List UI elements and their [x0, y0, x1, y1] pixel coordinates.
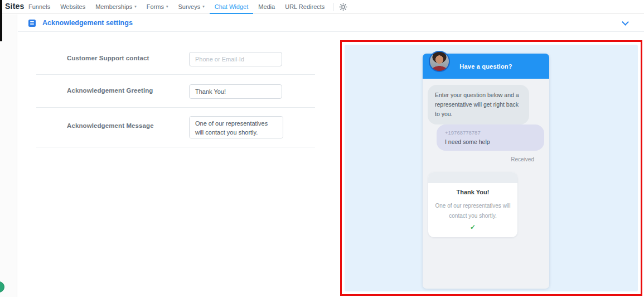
tab-label: Chat Widget — [215, 3, 249, 10]
tab-label: Media — [258, 3, 275, 10]
agent-photo — [430, 52, 449, 71]
visitor-phone: +19768778787 — [445, 130, 536, 136]
tab-label: Forms — [147, 3, 164, 10]
acknowledgement-greeting-label: Acknowledgement Greeting — [67, 87, 153, 94]
acknowledgement-card-band — [428, 172, 517, 183]
avatar — [429, 51, 450, 72]
customer-support-contact-label: Customer Support contact — [67, 55, 149, 61]
nav-tabs: Funnels Websites Memberships ▾ Forms ▾ S… — [23, 0, 330, 14]
window-edge-strip — [0, 0, 2, 41]
chat-widget-preview: Have a question? Enter your question bel… — [423, 54, 549, 289]
chevron-down-icon: ▾ — [134, 4, 137, 8]
customer-support-contact-input[interactable] — [189, 52, 282, 66]
visitor-message: I need some help — [445, 138, 536, 145]
tab-funnels[interactable]: Funnels — [23, 0, 55, 14]
chevron-down-icon: ▾ — [166, 4, 168, 8]
row-divider — [36, 74, 315, 75]
settings-gear-button[interactable] — [339, 0, 347, 13]
tab-label: Surveys — [178, 3, 200, 10]
acknowledgement-settings-header[interactable]: Acknowledgement settings — [18, 15, 644, 32]
row-divider — [36, 147, 315, 147]
tab-surveys[interactable]: Surveys ▾ — [173, 0, 209, 14]
tab-label: Memberships — [95, 3, 132, 10]
received-status: Received — [511, 156, 534, 162]
sites-logo: Sites — [5, 2, 24, 11]
tab-label: Funnels — [28, 3, 50, 10]
visitor-message-bubble: +19768778787 I need some help — [437, 124, 544, 151]
acknowledgement-message-textarea[interactable]: One of our representatives will contact … — [189, 116, 283, 138]
section-title: Acknowledgement settings — [42, 19, 133, 27]
list-icon — [28, 19, 36, 29]
nav-divider — [333, 3, 333, 11]
tab-memberships[interactable]: Memberships ▾ — [90, 0, 142, 14]
tab-chat-widget[interactable]: Chat Widget — [210, 0, 254, 14]
acknowledgement-message-label: Acknowledgement Message — [67, 122, 154, 129]
intro-message-bubble: Enter your question below and a represen… — [428, 85, 529, 124]
tab-media[interactable]: Media — [253, 0, 280, 14]
tab-websites[interactable]: Websites — [55, 0, 90, 14]
tab-label: URL Redirects — [285, 3, 325, 10]
acknowledgement-message-text: One of our representatives will contact … — [434, 201, 511, 221]
chevron-down-icon[interactable] — [622, 18, 629, 26]
tab-url-redirects[interactable]: URL Redirects — [280, 0, 330, 14]
top-navigation: Sites Funnels Websites Memberships ▾ For… — [0, 0, 644, 14]
chat-header-title: Have a question? — [459, 63, 512, 70]
chat-widget-settings-page: Sites Funnels Websites Memberships ▾ For… — [0, 0, 644, 297]
check-icon: ✓ — [434, 223, 511, 231]
acknowledgement-card-body: Thank You! One of our representatives wi… — [428, 183, 517, 237]
acknowledgement-greeting-input[interactable] — [189, 84, 282, 99]
chat-header: Have a question? — [423, 54, 549, 79]
widget-preview-panel: Have a question? Enter your question bel… — [345, 45, 638, 291]
widget-preview-frame: Have a question? Enter your question bel… — [340, 40, 642, 296]
tab-label: Websites — [60, 3, 85, 10]
chevron-down-icon: ▾ — [202, 4, 205, 8]
gear-icon — [339, 3, 347, 11]
left-rail — [0, 15, 17, 297]
acknowledgement-greeting-text: Thank You! — [434, 189, 511, 195]
acknowledgement-card: Thank You! One of our representatives wi… — [428, 172, 517, 237]
row-divider — [36, 107, 315, 108]
tab-forms[interactable]: Forms ▾ — [142, 0, 173, 14]
